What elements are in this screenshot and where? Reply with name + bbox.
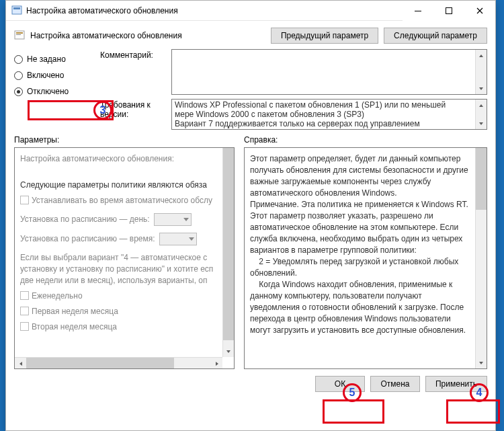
checkbox-label: Устанавливать во время автоматического о… (32, 196, 212, 205)
requirements-line: мере Windows 2000 с пакетом обновления 3… (175, 110, 473, 119)
scroll-up-icon[interactable] (476, 50, 487, 61)
titlebar: Настройка автоматического обновления (6, 1, 495, 21)
annotation-circle-5: 5 (343, 383, 362, 402)
window-title: Настройка автоматического обновления (26, 6, 403, 15)
parameters-content: Настройка автоматического обновления: Сл… (15, 148, 222, 357)
cancel-button[interactable]: Отмена (370, 376, 420, 392)
maximize-button[interactable] (433, 1, 464, 21)
radio-label: Включено (27, 71, 64, 80)
previous-setting-button[interactable]: Предыдущий параметр (271, 28, 378, 44)
params-note-2a: Если вы выбрали вариант "4 — автоматичес… (20, 252, 217, 264)
header-row: Настройка автоматического обновления Пре… (6, 21, 495, 49)
svg-rect-1 (13, 7, 20, 9)
params-note-2c: две недели или в месяц), используя вариа… (20, 275, 217, 286)
help-content: Этот параметр определяет, будет ли данны… (245, 148, 475, 368)
scroll-down-icon[interactable] (223, 346, 234, 357)
scroll-track[interactable] (476, 159, 487, 357)
requirements-line: Вариант 7 поддерживается только на серве… (175, 119, 473, 128)
help-text-line: Примечание. Эта политика не применяется … (250, 199, 470, 210)
checkbox-label: Еженедельно (32, 291, 83, 301)
help-text-line: Когда Windows находит обновления, примен… (250, 279, 470, 336)
checkbox-label: Вторая неделя месяца (32, 322, 117, 331)
scroll-track[interactable] (476, 111, 487, 118)
minimize-button[interactable] (403, 1, 433, 21)
params-note-2b: установку и установку по расписанию" и х… (20, 264, 217, 275)
scroll-track[interactable] (476, 61, 487, 83)
annotation-number: 5 (349, 387, 355, 399)
svg-rect-5 (16, 32, 23, 34)
scroll-down-icon[interactable] (476, 357, 487, 368)
radio-icon (14, 71, 23, 80)
parameters-label: Параметры: (14, 135, 235, 145)
svg-rect-2 (415, 11, 421, 11)
annotation-circle-4: 4 (470, 383, 489, 402)
scroll-down-icon[interactable] (476, 83, 487, 94)
schedule-day-row: Установка по расписанию — день: (20, 213, 217, 226)
help-text-line: Этот параметр определяет, будет ли данны… (250, 153, 470, 199)
schedule-day-label: Установка по расписанию — день: (20, 214, 150, 224)
radio-label: Не задано (27, 54, 66, 64)
scrollbar-vertical[interactable] (475, 50, 487, 94)
requirements-box: Windows XP Professional с пакетом обновл… (171, 99, 487, 130)
dialog-footer: ОК Отмена Применить (6, 369, 495, 399)
comment-label: Комментарий: (100, 49, 167, 95)
svg-rect-3 (446, 7, 452, 13)
radio-not-configured[interactable]: Не задано (14, 54, 95, 64)
next-setting-button[interactable]: Следующий параметр (384, 28, 487, 44)
params-title: Настройка автоматического обновления: (20, 153, 217, 165)
radio-disabled[interactable]: Отключено (14, 87, 95, 96)
scroll-left-icon[interactable] (15, 358, 26, 369)
help-label: Справка: (244, 135, 487, 145)
help-text-line: 2 = Уведомлять перед загрузкой и установ… (250, 256, 470, 279)
checkbox-label: Первая неделя месяца (32, 307, 118, 316)
help-box: Этот параметр определяет, будет ли данны… (244, 147, 487, 369)
radio-enabled[interactable]: Включено (14, 71, 95, 80)
scroll-down-icon[interactable] (476, 118, 487, 129)
scroll-track[interactable] (223, 159, 234, 346)
annotation-number: 4 (476, 387, 482, 399)
checkbox-icon (20, 322, 29, 331)
help-panel: Справка: Этот параметр определяет, будет… (244, 135, 487, 369)
schedule-time-row: Установка по расписанию — время: (20, 233, 217, 245)
parameters-panel: Параметры: Настройка автоматического обн… (14, 135, 235, 369)
scrollbar-horizontal[interactable] (15, 357, 222, 368)
help-text-line: Этот параметр позволяет указать, разреше… (250, 210, 470, 256)
scroll-up-icon[interactable] (476, 100, 487, 111)
annotation-circle-3: 3 (93, 101, 112, 120)
svg-rect-0 (12, 6, 22, 14)
checkbox-icon (20, 307, 29, 315)
radio-icon (14, 55, 23, 64)
annotation-box-4 (446, 399, 500, 424)
close-button[interactable] (464, 1, 495, 21)
main-split: Параметры: Настройка автоматического обн… (6, 130, 495, 369)
scroll-thumb[interactable] (26, 358, 174, 368)
annotation-number: 3 (100, 104, 106, 116)
scrollbar-vertical[interactable] (222, 148, 234, 357)
schedule-day-combo[interactable] (154, 213, 192, 226)
scrollbar-vertical[interactable] (475, 148, 487, 368)
checkbox-weekly[interactable]: Еженедельно (20, 290, 217, 302)
radio-icon (14, 87, 23, 96)
svg-rect-6 (16, 34, 21, 35)
scroll-right-icon[interactable] (211, 358, 222, 369)
scrollbar-vertical[interactable] (475, 100, 487, 129)
checkbox-install-during-maint[interactable]: Устанавливать во время автоматического о… (20, 195, 217, 206)
checkbox-icon (20, 196, 29, 204)
policy-icon (14, 30, 25, 41)
scroll-thumb[interactable] (476, 148, 487, 210)
annotation-box-5 (323, 399, 384, 424)
requirements-line: Windows XP Professional с пакетом обновл… (175, 100, 473, 110)
checkbox-first-week[interactable]: Первая неделя месяца (20, 306, 217, 317)
policy-title: Настройка автоматического обновления (30, 31, 265, 40)
schedule-time-combo[interactable] (159, 233, 197, 245)
comment-textarea[interactable] (171, 49, 487, 95)
checkbox-icon (20, 291, 29, 300)
checkbox-second-week[interactable]: Вторая неделя месяца (20, 321, 217, 333)
app-icon (11, 5, 22, 16)
dialog-window: Настройка автоматического обновления Нас… (5, 0, 496, 431)
schedule-time-label: Установка по расписанию — время: (20, 234, 155, 243)
scroll-track[interactable] (26, 358, 211, 368)
parameters-box: Настройка автоматического обновления: Сл… (14, 147, 235, 369)
params-note: Следующие параметры политики являются об… (20, 180, 217, 191)
scroll-thumb[interactable] (223, 148, 234, 340)
